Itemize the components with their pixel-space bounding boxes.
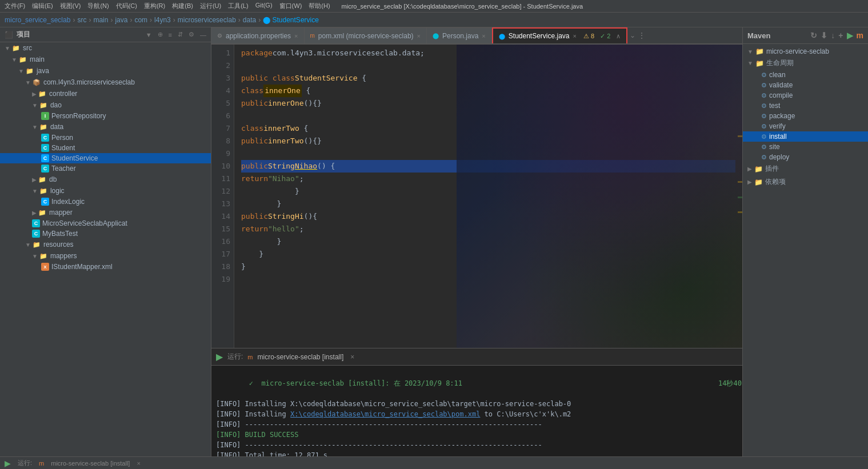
sidebar-item-package[interactable]: ▼ 📦 com.l4yn3.microserviceseclab	[0, 77, 211, 88]
sidebar-item-student[interactable]: C Student	[0, 143, 211, 153]
sidebar-icon-settings[interactable]: ⚙	[189, 31, 194, 38]
maven-lifecycle-deploy[interactable]: ⚙ deploy	[743, 152, 868, 162]
sidebar-icon-collapse[interactable]: ≡	[169, 31, 172, 38]
bottom-close-button[interactable]: ×	[137, 460, 140, 467]
maven-lifecycle-install[interactable]: ⚙ install	[743, 131, 868, 142]
maven-section-folder-icon: 📁	[755, 59, 764, 67]
tab-dropdown-button[interactable]: ⌄	[630, 31, 635, 39]
sidebar-label: com.l4yn3.microserviceseclab	[43, 78, 135, 86]
sidebar-item-teacher[interactable]: C Teacher	[0, 163, 211, 174]
console-link[interactable]: X:\codeqldatabase\micro_service_seclab\p…	[290, 410, 480, 418]
sidebar-label: logic	[50, 187, 65, 195]
tab-close-button[interactable]: ×	[573, 33, 577, 39]
code-editor[interactable]: 1 2 3 4 5 6 7 8 9 10 11 12 13 14 15 16 1…	[211, 45, 742, 348]
breadcrumb-item-active[interactable]: ⬤ StudentService	[263, 16, 319, 24]
maven-refresh-button[interactable]: ↻	[810, 31, 817, 40]
folder-icon: 📁	[11, 43, 21, 53]
class-icon: C	[41, 165, 49, 173]
sidebar-label: Student	[51, 144, 75, 152]
menu-code[interactable]: 代码(C)	[116, 2, 137, 10]
sidebar-item-data[interactable]: ▼ 📁 data	[0, 121, 211, 133]
code-content[interactable]: package com.l4yn3.microserviceseclab.dat…	[234, 45, 742, 348]
maven-lifecycle-validate[interactable]: ⚙ validate	[743, 80, 868, 90]
menu-bar[interactable]: 文件(F) 编辑(E) 视图(V) 导航(N) 代码(C) 重构(R) 构建(B…	[5, 2, 330, 10]
breadcrumb-item[interactable]: data	[243, 16, 256, 24]
scroll-marker-ok	[738, 197, 742, 198]
maven-lifecycle-section[interactable]: ▼ 📁 生命周期	[743, 57, 868, 70]
sidebar-item-person[interactable]: C Person	[0, 133, 211, 143]
sidebar-item-index-logic[interactable]: C IndexLogic	[0, 197, 211, 207]
breadcrumb-item[interactable]: micro_service_seclab	[5, 16, 70, 24]
breadcrumb-item[interactable]: com	[134, 16, 147, 24]
sidebar-icon-expand[interactable]: ⇵	[178, 31, 183, 38]
menu-file[interactable]: 文件(F)	[5, 2, 25, 10]
menu-help[interactable]: 帮助(H)	[309, 2, 330, 10]
menu-git[interactable]: Git(G)	[255, 2, 273, 10]
maven-lifecycle-site[interactable]: ⚙ site	[743, 142, 868, 152]
sidebar-item-mybats[interactable]: C MyBatsTest	[0, 229, 211, 239]
menu-window[interactable]: 窗口(W)	[279, 2, 302, 10]
sidebar-item-logic[interactable]: ▼ 📁 logic	[0, 185, 211, 197]
breadcrumb-item[interactable]: main	[93, 16, 108, 24]
sidebar-item-mappers[interactable]: ▼ 📁 mappers	[0, 250, 211, 262]
tab-person-java[interactable]: ⬤ Person.java ×	[427, 27, 492, 43]
sidebar-icon-minus[interactable]: —	[200, 31, 206, 38]
sidebar-item-java[interactable]: ▼ 📁 java	[0, 65, 211, 77]
maven-lifecycle-verify[interactable]: ⚙ verify	[743, 121, 868, 131]
breadcrumb-item[interactable]: src	[77, 16, 86, 24]
menu-build[interactable]: 构建(B)	[172, 2, 193, 10]
maven-collapse-button[interactable]: ↓	[831, 31, 835, 40]
menu-refactor[interactable]: 重构(R)	[144, 2, 165, 10]
breadcrumb-item[interactable]: microserviceseclab	[178, 16, 236, 24]
folder-icon: 📁	[39, 122, 48, 131]
menu-view[interactable]: 视图(V)	[60, 2, 81, 10]
maven-lifecycle-clean[interactable]: ⚙ clean	[743, 70, 868, 80]
breadcrumb-item[interactable]: l4yn3	[154, 16, 171, 24]
maven-plugins-section[interactable]: ▶ 📁 插件	[743, 162, 868, 175]
run-close-button[interactable]: ×	[350, 353, 354, 361]
run-button[interactable]: ▶	[216, 351, 223, 362]
sidebar-item-app[interactable]: C MicroServiceSeclabApplicat	[0, 218, 211, 229]
tab-close-button[interactable]: ×	[417, 33, 421, 39]
tab-close-button[interactable]: ×	[482, 33, 485, 39]
menu-navigate[interactable]: 导航(N)	[87, 2, 109, 10]
maven-lifecycle-compile[interactable]: ⚙ compile	[743, 90, 868, 101]
tab-label: StudentService.java	[509, 32, 570, 40]
sidebar-label: Person	[51, 134, 73, 142]
tab-student-service-java[interactable]: ⬤ StudentService.java × ⚠ 8 ✓ 2 ∧	[492, 27, 628, 43]
console-output[interactable]: ✓ micro-service-seclab [install]: 在 2023…	[211, 365, 742, 456]
bottom-run-icon[interactable]: ▶	[5, 459, 11, 468]
console-status-line: ✓ micro-service-seclab [install]: 在 2023…	[216, 368, 738, 399]
breadcrumb-item[interactable]: java	[115, 16, 127, 24]
sidebar-item-xml[interactable]: X IStudentMapper.xml	[0, 262, 211, 272]
maven-download-button[interactable]: ⬇	[821, 31, 827, 40]
menu-tools[interactable]: 工具(L)	[228, 2, 248, 10]
sidebar-item-resources[interactable]: ▼ 📁 resources	[0, 239, 211, 250]
sidebar-item-controller[interactable]: ▶ 📁 controller	[0, 88, 211, 99]
sidebar-item-dao[interactable]: ▼ 📁 dao	[0, 99, 211, 111]
code-line: }	[241, 185, 735, 198]
menu-run[interactable]: 运行(U)	[200, 2, 221, 10]
menu-edit[interactable]: 编辑(E)	[32, 2, 53, 10]
maven-lifecycle-package[interactable]: ⚙ package	[743, 111, 868, 121]
sidebar-item-src[interactable]: ▼ 📁 src	[0, 42, 211, 54]
tab-pom-xml[interactable]: m pom.xml (micro-service-seclab) ×	[305, 27, 427, 43]
sidebar-item-person-repo[interactable]: I PersonRepository	[0, 111, 211, 121]
sidebar-item-db[interactable]: ▶ 📁 db	[0, 174, 211, 185]
sidebar-item-student-service[interactable]: C StudentService	[0, 153, 211, 163]
gear-icon: ⚙	[761, 92, 767, 99]
expand-icon[interactable]: ∧	[616, 33, 621, 40]
maven-run-button[interactable]: ▶	[847, 31, 853, 40]
tab-close-button[interactable]: ×	[294, 33, 298, 39]
maven-dependencies-section[interactable]: ▶ 📁 依赖项	[743, 175, 868, 189]
tab-application-properties[interactable]: ⚙ application.properties ×	[211, 27, 305, 43]
maven-add-button[interactable]: +	[838, 31, 843, 40]
arrow-icon: ▶	[747, 166, 752, 172]
sidebar-icon-crosshair[interactable]: ⊕	[158, 31, 163, 38]
maven-project-root[interactable]: ▼ 📁 micro-service-seclab	[743, 46, 868, 57]
maven-lifecycle-test[interactable]: ⚙ test	[743, 101, 868, 111]
tab-overflow-button[interactable]: ⋮	[638, 31, 646, 40]
bottom-run-project[interactable]: micro-service-seclab [install]	[51, 460, 130, 467]
sidebar-item-main[interactable]: ▼ 📁 main	[0, 54, 211, 65]
sidebar-item-mapper[interactable]: ▶ 📁 mapper	[0, 207, 211, 218]
